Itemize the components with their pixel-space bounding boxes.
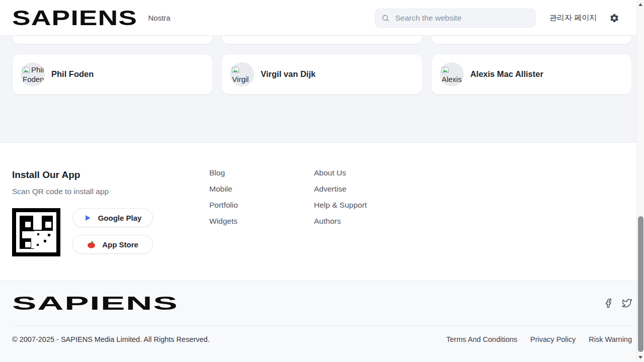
facebook-icon[interactable]	[603, 298, 613, 308]
broken-image-icon	[232, 67, 239, 73]
footer-link-widgets[interactable]: Widgets	[209, 216, 314, 226]
card-partial[interactable]	[12, 36, 213, 44]
avatar: Virgil van Dijk	[230, 62, 254, 86]
apple-icon	[87, 240, 96, 249]
avatar-alt-text: Virgil van Dijk	[232, 75, 249, 86]
sapiens-logo[interactable]: SAPIENS	[12, 7, 137, 29]
avatar-alt-text: Alexis Mac Allister	[442, 75, 464, 86]
sapiens-footer-logo: SAPIENS	[12, 294, 178, 313]
footer-links-column-1: Blog Mobile Portfolio Widgets	[209, 168, 314, 281]
install-app-title: Install Our App	[12, 168, 209, 182]
footer-links-column-2: About Us Advertise Help & Support Author…	[314, 168, 419, 281]
qr-code-image	[12, 208, 60, 256]
install-app-block: Install Our App Scan QR code to install …	[12, 168, 209, 281]
avatar: Alexis Mac Allister	[440, 62, 464, 86]
social-icons	[603, 298, 632, 308]
scrollbar-thumb[interactable]	[638, 216, 643, 352]
broken-image-icon	[442, 67, 449, 73]
gear-icon[interactable]	[609, 13, 619, 23]
scroll-down-arrow-icon[interactable]	[638, 356, 642, 359]
install-app-subtitle: Scan QR code to install app	[12, 186, 209, 197]
nav-item-nostra[interactable]: Nostra	[148, 14, 171, 22]
card-partial[interactable]	[221, 36, 422, 44]
player-name: Phil Foden	[51, 69, 94, 79]
admin-page-link[interactable]: 관리자 페이지	[549, 0, 597, 36]
search-box[interactable]	[375, 9, 536, 28]
legal-links: Terms And Conditions Privacy Policy Risk…	[446, 335, 632, 343]
google-play-button[interactable]: Google Play	[72, 208, 153, 227]
search-input[interactable]	[394, 13, 529, 23]
copyright-text: © 2007-2025 - SAPIENS Media Limited. All…	[12, 335, 210, 343]
player-card-alexis-mac-allister[interactable]: Alexis Mac Allister Alexis Mac Allister	[431, 54, 632, 95]
google-play-label: Google Play	[98, 214, 142, 222]
avatar: Phil Foden	[21, 62, 45, 86]
card-partial[interactable]	[431, 36, 632, 44]
partial-card-row	[12, 36, 632, 44]
footer-main: Install Our App Scan QR code to install …	[0, 143, 644, 281]
player-card-virgil-van-dijk[interactable]: Virgil van Dijk Virgil van Dijk	[221, 54, 422, 95]
twitter-icon[interactable]	[622, 298, 632, 308]
vertical-scrollbar[interactable]	[636, 0, 644, 362]
player-name: Virgil van Dijk	[261, 69, 315, 79]
footer-link-authors[interactable]: Authors	[314, 216, 419, 226]
player-card-row: Phil Foden Phil Foden Virgil van Dijk Vi…	[12, 54, 632, 95]
player-name: Alexis Mac Allister	[470, 69, 543, 79]
app-store-button[interactable]: App Store	[72, 235, 153, 254]
scroll-up-arrow-icon[interactable]	[638, 3, 642, 6]
footer-link-mobile[interactable]: Mobile	[209, 184, 314, 194]
broken-image-icon	[23, 67, 30, 73]
footer-link-blog[interactable]: Blog	[209, 168, 314, 178]
footer-link-help-support[interactable]: Help & Support	[314, 200, 419, 210]
footer-bottom-bar: SAPIENS © 2007-2025 - SAPIENS Media Limi…	[0, 281, 644, 362]
content-area: Phil Foden Phil Foden Virgil van Dijk Vi…	[0, 36, 644, 143]
footer-link-portfolio[interactable]: Portfolio	[209, 200, 314, 210]
play-triangle-icon	[84, 214, 92, 222]
navbar: SAPIENS Nostra 관리자 페이지	[0, 0, 644, 36]
risk-warning-link[interactable]: Risk Warning	[589, 335, 632, 343]
app-store-label: App Store	[102, 240, 138, 249]
player-card-phil-foden[interactable]: Phil Foden Phil Foden	[12, 54, 213, 95]
footer-link-about-us[interactable]: About Us	[314, 168, 419, 178]
footer-link-advertise[interactable]: Advertise	[314, 184, 419, 194]
terms-and-conditions-link[interactable]: Terms And Conditions	[446, 335, 517, 343]
privacy-policy-link[interactable]: Privacy Policy	[530, 335, 576, 343]
footer-divider	[12, 326, 632, 326]
search-icon	[381, 14, 389, 23]
